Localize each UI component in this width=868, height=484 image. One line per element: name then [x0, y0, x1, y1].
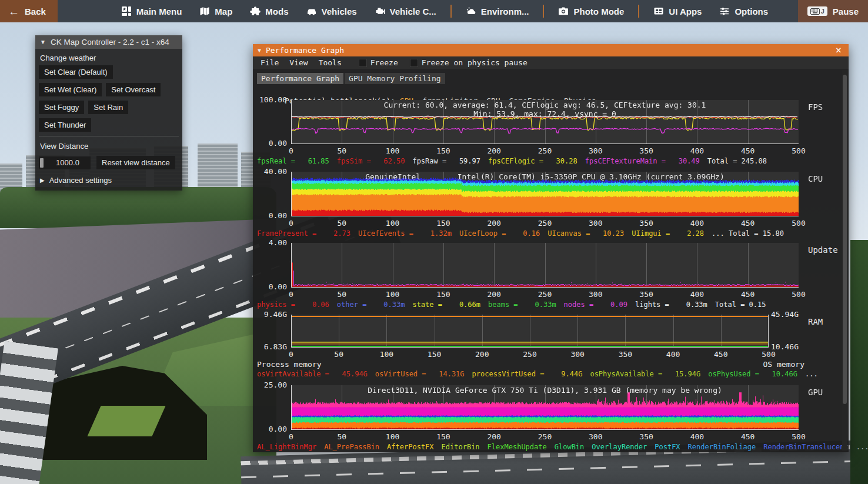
y-axis-max-label: 25.00	[253, 380, 287, 389]
weather-button-set-wet-clear[interactable]: Set Wet (Clear)	[39, 83, 102, 96]
x-tick-label: 200	[472, 350, 493, 359]
x-tick-label: 300	[567, 350, 588, 359]
legend-item: Total = 0.15	[715, 301, 766, 309]
x-tick-label: 250	[535, 146, 556, 155]
perf-tabs: Performance GraphGPU Memory Profiling	[257, 73, 849, 84]
x-tick-label: 100	[382, 146, 403, 155]
vehicles-car-icon	[306, 6, 317, 16]
weather-button-set-overcast[interactable]: Set Overcast	[106, 83, 161, 96]
legend-item: FramePresent = 2.73	[257, 229, 350, 238]
topbar-item-ui-apps[interactable]: UI Apps	[653, 6, 702, 16]
x-tick-label: 450	[737, 146, 759, 155]
topbar-item-vehicle-c[interactable]: Vehicle C...	[375, 6, 436, 16]
legend-fps: fpsReal = 61.85fpsSim = 62.50fpsRaw = 59…	[257, 157, 774, 165]
ui-apps-icon	[653, 6, 664, 16]
x-tick-label: 250	[519, 350, 540, 359]
plot-area-fps[interactable]: Current: 60.0, average: 61.4, CEFlogic a…	[291, 100, 799, 144]
options-sliders-icon	[719, 6, 730, 16]
ck-window-title: CK Map Controller - 2.2 - c1 - x64	[51, 38, 169, 46]
mods-puzzle-icon	[250, 6, 261, 16]
topbar-item-environm[interactable]: Environm...	[466, 6, 529, 16]
x-tick-label: 350	[615, 350, 636, 359]
os-memory-label: OS memory	[763, 360, 804, 369]
legend-ram: osVirtAvailable = 45.94GosVirtUsed = 14.…	[257, 370, 826, 378]
drag-grip-icon[interactable]	[40, 158, 44, 168]
y-axis-max-label: 4.00	[253, 238, 287, 247]
legend-item: beams = 0.33m	[488, 301, 556, 309]
x-tick-label: 0	[281, 290, 302, 299]
collapse-triangle-icon[interactable]: ▼	[40, 39, 46, 45]
scrollbar-thumb[interactable]	[843, 75, 847, 404]
chart-section-cpu: 40.000.00GenuineIntel Intel(R) Core(TM) …	[253, 172, 849, 254]
pause-button[interactable]: J Pause	[798, 0, 868, 22]
environment-weather-icon	[466, 6, 476, 16]
ck-window-body: Change weather Set Clear (Default)Set We…	[35, 49, 182, 191]
weather-button-set-clear-default[interactable]: Set Clear (Default)	[39, 65, 113, 79]
legend-item: other = 0.33m	[337, 301, 405, 309]
ball-field	[87, 406, 165, 436]
view-distance-label: View Distance	[39, 141, 179, 153]
menu-file[interactable]: File	[255, 58, 284, 67]
topbar-item-vehicles[interactable]: Vehicles	[306, 6, 357, 16]
perf-window-titlebar[interactable]: ▼ Performance Graph ×	[253, 44, 849, 56]
divider	[39, 136, 179, 136]
legend-item: AfterPostFX	[387, 443, 433, 451]
topbar-item-label: Options	[735, 6, 768, 16]
topbar-item-mods[interactable]: Mods	[250, 6, 288, 16]
tab-gpu-memory-profiling[interactable]: GPU Memory Profiling	[345, 73, 445, 84]
back-button[interactable]: ← Back	[0, 0, 58, 22]
weather-button-set-rain[interactable]: Set Rain	[88, 101, 128, 114]
plot-area-ram[interactable]	[291, 315, 769, 348]
close-icon[interactable]: ×	[833, 45, 844, 55]
x-tick-label: 400	[686, 432, 707, 441]
x-tick-label: 400	[686, 290, 707, 299]
topbar-item-label: Photo Mode	[573, 6, 624, 16]
freeze-on-physics-pause-label[interactable]: Freeze on physics pause	[422, 58, 528, 67]
legend-item: fpsReal = 61.85	[257, 157, 329, 165]
legend-item: nodes = 0.09	[564, 301, 627, 309]
advanced-settings-toggle[interactable]: ▶ Advanced settings	[39, 175, 179, 186]
topbar-item-photo-mode[interactable]: Photo Mode	[558, 6, 624, 16]
x-tick-label: 150	[433, 290, 454, 299]
x-tick-label: 400	[663, 350, 684, 359]
plot-area-update[interactable]	[291, 243, 799, 288]
freeze-on-physics-pause-checkbox[interactable]	[410, 59, 418, 67]
x-tick-label: 350	[636, 290, 657, 299]
topbar-item-label: Environm...	[481, 6, 529, 16]
legend-item: FlexMeshUpdate	[488, 443, 547, 451]
panel-label-cpu: CPU	[808, 174, 823, 183]
freeze-label[interactable]: Freeze	[370, 58, 398, 67]
x-tick-label: 500	[788, 219, 809, 228]
weather-button-set-foggy[interactable]: Set Foggy	[39, 101, 84, 114]
topbar-item-map[interactable]: Map	[199, 6, 232, 16]
tab-performance-graph[interactable]: Performance Graph	[257, 73, 343, 84]
keyboard-icon	[810, 8, 820, 15]
view-distance-input[interactable]: 1000.0	[39, 156, 91, 169]
reset-view-distance-button[interactable]: Reset view distance	[96, 156, 175, 169]
chart-canvas-gpu	[291, 385, 799, 430]
weather-button-set-thunder[interactable]: Set Thunder	[39, 118, 91, 132]
weather-buttons: Set Clear (Default)Set Wet (Clear)Set Ov…	[39, 65, 179, 132]
hotkey-letter: J	[821, 8, 824, 15]
topbar-item-main-menu[interactable]: Main Menu	[121, 6, 182, 16]
menu-view[interactable]: View	[284, 58, 313, 67]
menu-tools[interactable]: Tools	[313, 58, 347, 67]
legend-item: UIimgui = 2.28	[632, 229, 704, 238]
legend-item: osVirtUsed = 14.31G	[375, 370, 465, 378]
freeze-checkbox[interactable]	[359, 59, 367, 67]
vertical-scrollbar[interactable]	[842, 70, 847, 450]
legend-item: EditorBin	[442, 443, 480, 451]
plot-area-cpu[interactable]: GenuineIntel Intel(R) Core(TM) i5-3350P …	[291, 172, 799, 216]
ck-window-titlebar[interactable]: ▼ CK Map Controller - 2.2 - c1 - x64	[35, 35, 182, 49]
plot-area-gpu[interactable]: Direct3D11, NVIDIA GeForce GTX 750 Ti (D…	[291, 385, 799, 430]
photo-camera-icon	[558, 6, 569, 16]
legend-item: GlowBin	[555, 443, 585, 451]
topbar-item-options[interactable]: Options	[719, 6, 768, 16]
keyboard-key-icon: J	[807, 6, 827, 16]
y-axis-min-label: 0.00	[253, 282, 287, 291]
process-memory-label: Process memory	[257, 360, 322, 369]
ck-map-controller-window: ▼ CK Map Controller - 2.2 - c1 - x64 Cha…	[35, 35, 182, 191]
collapse-triangle-icon[interactable]: ▼	[258, 47, 261, 54]
expand-triangle-icon[interactable]: ▶	[40, 177, 45, 183]
x-tick-label: 300	[585, 219, 606, 228]
